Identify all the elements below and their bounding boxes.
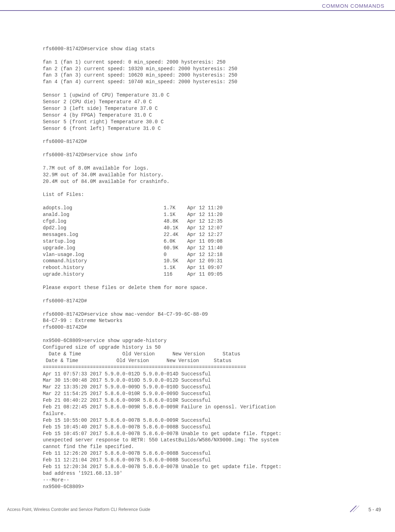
page-header: COMMON COMMANDS	[0, 0, 395, 11]
cmd-show-info: rfs6000-81742D#service show info	[43, 152, 137, 158]
page-number: 5 - 49	[368, 507, 381, 512]
page-footer: Access Point, Wireless Controller and Se…	[0, 501, 395, 519]
header-title: COMMON COMMANDS	[322, 3, 384, 9]
cmd-upgrade-history: nx9500-6C8809>service show upgrade-histo…	[43, 338, 284, 490]
export-note: Please export these files or delete them…	[43, 285, 208, 290]
fan-output: fan 1 (fan 1) current speed: 0 min_speed…	[43, 59, 237, 85]
footer-guide-title: Access Point, Wireless Controller and Se…	[7, 507, 150, 512]
storage-output: 7.7M out of 8.0M available for logs. 32.…	[43, 165, 169, 184]
sensor-output: Sensor 1 (upwind of CPU) Temperature 31.…	[43, 92, 169, 131]
prompt-2: rfs6000-81742D#	[43, 298, 87, 304]
files-header: List of Files:	[43, 192, 84, 197]
slash-icon	[349, 504, 364, 515]
files-list: adopts.log 1.7K Apr 12 11:20 anald.log 1…	[43, 205, 222, 277]
svg-line-1	[353, 506, 359, 512]
prompt-1: rfs6000-81742D#	[43, 139, 87, 144]
svg-line-0	[350, 506, 356, 512]
footer-page-block: 5 - 49	[349, 504, 381, 515]
cmd-diag-stats: rfs6000-81742D#service show diag stats	[43, 46, 155, 52]
cmd-mac-vendor: rfs6000-81742D#service show mac-vendor B…	[43, 311, 208, 330]
terminal-content: rfs6000-81742D#service show diag stats f…	[0, 11, 395, 490]
